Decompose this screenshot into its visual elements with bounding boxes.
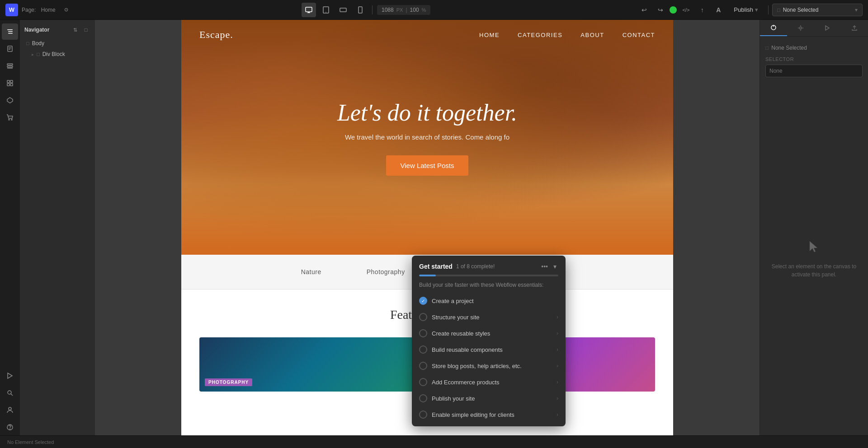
nav-link-contact[interactable]: CONTACT	[623, 32, 655, 38]
top-bar-center: 1088 PX | 100 %	[95, 3, 637, 17]
gs-subtitle: Build your site faster with these Webflo…	[412, 282, 566, 293]
pages-btn[interactable]	[2, 41, 18, 57]
gs-arrow-3: ›	[557, 346, 558, 353]
mobile-view-btn[interactable]	[353, 3, 368, 17]
gs-label-5: Add Ecommerce products	[432, 379, 552, 386]
users-btn[interactable]	[2, 402, 18, 418]
redo-btn[interactable]: ↪	[653, 3, 668, 17]
svg-marker-20	[7, 98, 13, 103]
svg-rect-5	[340, 8, 346, 12]
svg-rect-14	[7, 66, 13, 67]
expand-icon: ▸	[32, 52, 34, 57]
status-message: No Element Selected	[7, 439, 54, 445]
status-indicator	[670, 6, 677, 14]
canvas-content: Escape. HOME CATEGORIES ABOUT CONTACT Le…	[95, 20, 760, 435]
category-nature[interactable]: Nature	[301, 268, 321, 275]
hero-cta-btn[interactable]: View Latest Posts	[386, 155, 469, 176]
cms-btn[interactable]	[2, 58, 18, 74]
tablet-view-btn[interactable]	[319, 3, 333, 17]
gs-arrow-6: ›	[557, 395, 558, 401]
webflow-logo[interactable]: W	[5, 4, 18, 16]
gs-label-4: Store blog posts, help articles, etc.	[432, 363, 552, 369]
divider	[372, 5, 373, 14]
mobile-landscape-btn[interactable]	[336, 3, 350, 17]
interactions-right-tab[interactable]	[814, 20, 841, 36]
right-panel-empty: Select an element on the canvas to activ…	[760, 83, 868, 435]
gs-list: ✓ Create a project Structure your site ›…	[412, 293, 566, 426]
svg-line-25	[11, 394, 13, 396]
left-sidebar: Navigator ⇅ □ □ Body ▸ □ Div Block	[0, 20, 95, 435]
divider2	[768, 5, 769, 14]
export-btn[interactable]: ↑	[695, 3, 709, 17]
hero-text: Let's do it together. We travel the worl…	[337, 99, 517, 176]
svg-marker-23	[8, 373, 12, 378]
gs-label-7: Enable simple editing for clients	[432, 411, 552, 418]
ecommerce-btn[interactable]	[2, 109, 18, 126]
svg-rect-9	[8, 33, 13, 34]
featured-card-1[interactable]: PHOTOGRAPHY	[199, 337, 424, 392]
gs-item-5[interactable]: Add Ecommerce products ›	[412, 374, 566, 390]
svg-rect-6	[359, 7, 362, 13]
gs-item-7[interactable]: Enable simple editing for clients ›	[412, 406, 566, 423]
nav-link-categories[interactable]: CATEGORIES	[518, 32, 562, 38]
gs-item-3[interactable]: Build reusable components ›	[412, 341, 566, 358]
sort-btn[interactable]: ⇅	[71, 25, 80, 34]
publish-btn[interactable]: Publish ▾	[727, 3, 764, 17]
category-photography[interactable]: Photography	[367, 268, 405, 275]
gs-arrow-7: ›	[557, 411, 558, 418]
gs-more-btn[interactable]: •••	[539, 262, 550, 271]
nav-item-body[interactable]: □ Body	[22, 38, 93, 49]
navigator-btn[interactable]	[2, 23, 18, 40]
nav-panel: Navigator ⇅ □ □ Body ▸ □ Div Block	[20, 20, 95, 435]
site-nav-links: HOME CATEGORIES ABOUT CONTACT	[479, 32, 655, 38]
gs-check-7	[419, 411, 427, 419]
export-right-tab[interactable]	[841, 20, 868, 36]
assets-btn[interactable]	[2, 75, 18, 91]
selector-label: Selector	[765, 56, 863, 62]
icon-rail	[0, 20, 20, 435]
settings-tab[interactable]	[787, 20, 814, 36]
hero-title: Let's do it together.	[337, 99, 517, 126]
nav-item-divblock[interactable]: ▸ □ Div Block	[22, 49, 93, 60]
interactions-btn[interactable]	[2, 368, 18, 384]
none-selected-section: □ None Selected Selector	[760, 37, 868, 83]
components-btn[interactable]	[2, 92, 18, 108]
gs-item-6[interactable]: Publish your site ›	[412, 390, 566, 406]
card1-badge: PHOTOGRAPHY	[205, 378, 252, 386]
status-bar: No Element Selected	[0, 435, 868, 448]
top-bar-left: W Page: Home ⊙	[0, 3, 95, 17]
hero-section: Escape. HOME CATEGORIES ABOUT CONTACT Le…	[181, 20, 673, 255]
gs-check-0: ✓	[419, 297, 427, 305]
desktop-view-btn[interactable]	[302, 3, 316, 17]
font-btn[interactable]: A	[711, 3, 726, 17]
site-navigation: Escape. HOME CATEGORIES ABOUT CONTACT	[181, 20, 673, 50]
svg-rect-13	[7, 64, 13, 65]
nav-link-about[interactable]: ABOUT	[580, 32, 604, 38]
gs-label-0: Create a project	[432, 298, 558, 304]
gs-item-1[interactable]: Structure your site ›	[412, 309, 566, 325]
gs-item-4[interactable]: Store blog posts, help articles, etc. ›	[412, 358, 566, 374]
gs-arrow-1: ›	[557, 314, 558, 320]
collapse-panel-btn[interactable]: □	[81, 25, 90, 34]
right-panel-tabs	[760, 20, 868, 37]
gs-label-6: Publish your site	[432, 395, 552, 402]
gs-item-2[interactable]: Create reusable styles ›	[412, 325, 566, 341]
svg-rect-17	[10, 80, 13, 83]
help-btn[interactable]	[2, 419, 18, 435]
gs-arrow-4: ›	[557, 363, 558, 369]
gs-item-0[interactable]: ✓ Create a project	[412, 293, 566, 309]
selector-input[interactable]	[765, 65, 863, 77]
page-settings-btn[interactable]: ⊙	[59, 3, 74, 17]
gs-label-2: Create reusable styles	[432, 330, 552, 337]
code-btn[interactable]: </>	[679, 3, 693, 17]
style-tab[interactable]	[760, 20, 787, 36]
nav-panel-title: Navigator ⇅ □	[20, 23, 95, 38]
gs-collapse-btn[interactable]: ▾	[552, 262, 558, 271]
undo-btn[interactable]: ↩	[637, 3, 651, 17]
cursor-icon	[807, 239, 821, 257]
search-btn[interactable]	[2, 385, 18, 401]
gs-title-group: Get started 1 of 8 complete!	[419, 263, 495, 270]
none-selected-dropdown[interactable]: □ None Selected ▾	[772, 4, 863, 16]
nav-link-home[interactable]: HOME	[479, 32, 500, 38]
block-icon: □	[37, 51, 40, 57]
